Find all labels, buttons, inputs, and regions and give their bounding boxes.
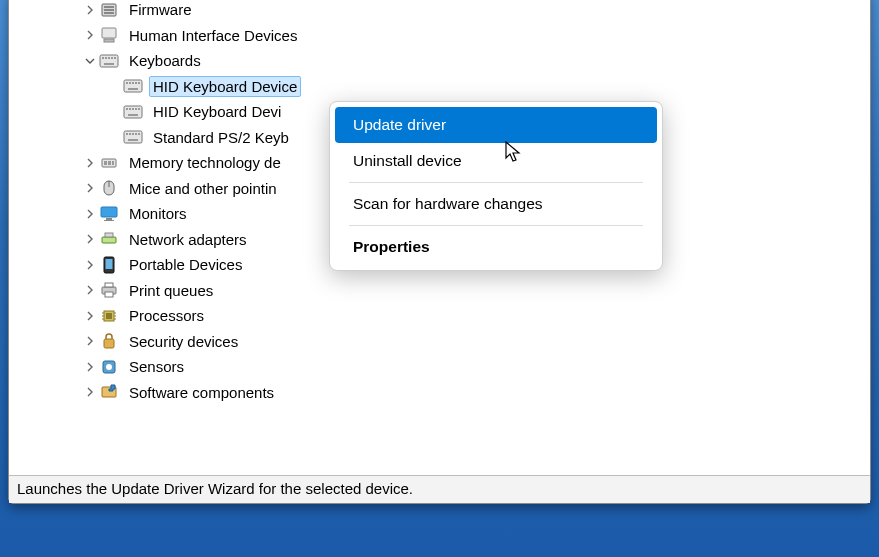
svg-rect-31 [135, 133, 137, 135]
keyboard-icon [123, 102, 143, 122]
svg-rect-40 [101, 207, 117, 217]
memory-icon [99, 153, 119, 173]
tree-item-label: Sensors [125, 356, 188, 377]
tree-item-label: Portable Devices [125, 254, 246, 275]
svg-rect-14 [126, 82, 128, 84]
menu-item-properties[interactable]: Properties [335, 229, 657, 265]
caret-collapsed-icon[interactable] [81, 281, 99, 299]
svg-rect-46 [106, 259, 113, 269]
caret-collapsed-icon[interactable] [81, 230, 99, 248]
portable-device-icon [99, 255, 119, 275]
svg-rect-33 [128, 139, 138, 141]
tree-item-label: Software components [125, 382, 278, 403]
tree-item-hid[interactable]: Human Interface Devices [13, 23, 866, 49]
keyboard-icon [99, 51, 119, 71]
firmware-icon [99, 0, 119, 20]
svg-point-60 [106, 364, 112, 370]
menu-item-update-driver[interactable]: Update driver [335, 107, 657, 143]
menu-item-scan-hardware[interactable]: Scan for hardware changes [335, 186, 657, 222]
printer-icon [99, 280, 119, 300]
tree-item-firmware[interactable]: Firmware [13, 0, 866, 23]
svg-rect-18 [138, 82, 140, 84]
tree-item-label: Firmware [125, 0, 196, 20]
svg-rect-26 [128, 114, 138, 116]
status-text: Launches the Update Driver Wizard for th… [17, 480, 413, 497]
svg-rect-1 [104, 6, 114, 8]
tree-item-hid-keyboard-1[interactable]: HID Keyboard Device [13, 74, 866, 100]
caret-collapsed-icon[interactable] [81, 358, 99, 376]
tree-item-sensors[interactable]: Sensors [13, 354, 866, 380]
svg-rect-2 [104, 9, 114, 11]
caret-collapsed-icon[interactable] [81, 179, 99, 197]
svg-rect-6 [100, 55, 118, 67]
svg-rect-16 [132, 82, 134, 84]
svg-rect-41 [106, 218, 112, 220]
svg-rect-49 [105, 292, 113, 297]
tree-item-label: HID Keyboard Devi [149, 101, 285, 122]
keyboard-icon [123, 76, 143, 96]
sensor-icon [99, 357, 119, 377]
svg-rect-7 [102, 57, 104, 59]
security-icon [99, 331, 119, 351]
tree-item-label: Memory technology de [125, 152, 285, 173]
processor-icon [99, 306, 119, 326]
menu-item-label: Properties [353, 238, 430, 256]
svg-rect-11 [114, 57, 116, 59]
menu-item-label: Update driver [353, 116, 446, 134]
tree-item-label: Network adapters [125, 229, 251, 250]
svg-rect-43 [102, 237, 116, 243]
svg-rect-9 [108, 57, 110, 59]
menu-separator [349, 225, 643, 226]
tree-item-label: Print queues [125, 280, 217, 301]
tree-item-security[interactable]: Security devices [13, 329, 866, 355]
caret-expanded-icon[interactable] [81, 52, 99, 70]
tree-item-print-queues[interactable]: Print queues [13, 278, 866, 304]
svg-rect-21 [126, 108, 128, 110]
menu-item-label: Scan for hardware changes [353, 195, 543, 213]
svg-rect-37 [112, 161, 114, 165]
tree-item-keyboards[interactable]: Keyboards [13, 48, 866, 74]
svg-rect-12 [104, 63, 114, 65]
svg-rect-27 [124, 131, 142, 143]
caret-collapsed-icon[interactable] [81, 307, 99, 325]
svg-rect-22 [129, 108, 131, 110]
svg-rect-24 [135, 108, 137, 110]
svg-rect-13 [124, 80, 142, 92]
menu-item-uninstall-device[interactable]: Uninstall device [335, 143, 657, 179]
svg-rect-5 [104, 39, 114, 42]
menu-separator [349, 182, 643, 183]
caret-collapsed-icon[interactable] [81, 26, 99, 44]
caret-collapsed-icon[interactable] [81, 332, 99, 350]
caret-collapsed-icon[interactable] [81, 154, 99, 172]
context-menu: Update driver Uninstall device Scan for … [329, 101, 663, 271]
tree-item-label: Processors [125, 305, 208, 326]
keyboard-icon [123, 127, 143, 147]
svg-rect-15 [129, 82, 131, 84]
tree-item-label: Monitors [125, 203, 191, 224]
tree-item-label: Security devices [125, 331, 242, 352]
caret-collapsed-icon[interactable] [81, 1, 99, 19]
svg-rect-17 [135, 82, 137, 84]
svg-rect-8 [105, 57, 107, 59]
tree-item-label: Human Interface Devices [125, 25, 301, 46]
svg-rect-42 [104, 220, 114, 221]
tree-item-software-components[interactable]: Software components [13, 380, 866, 406]
svg-rect-48 [105, 283, 113, 287]
caret-collapsed-icon[interactable] [81, 383, 99, 401]
svg-rect-58 [104, 339, 114, 348]
tree-item-label: HID Keyboard Device [149, 76, 301, 97]
svg-rect-10 [111, 57, 113, 59]
svg-rect-4 [102, 28, 116, 38]
svg-rect-35 [104, 161, 107, 165]
svg-rect-32 [138, 133, 140, 135]
caret-collapsed-icon[interactable] [81, 256, 99, 274]
tree-item-label: Standard PS/2 Keyb [149, 127, 293, 148]
tree-item-label: Keyboards [125, 50, 205, 71]
hid-icon [99, 25, 119, 45]
caret-collapsed-icon[interactable] [81, 205, 99, 223]
svg-rect-28 [126, 133, 128, 135]
tree-item-label: Mice and other pointin [125, 178, 281, 199]
monitor-icon [99, 204, 119, 224]
svg-rect-19 [128, 88, 138, 90]
tree-item-processors[interactable]: Processors [13, 303, 866, 329]
